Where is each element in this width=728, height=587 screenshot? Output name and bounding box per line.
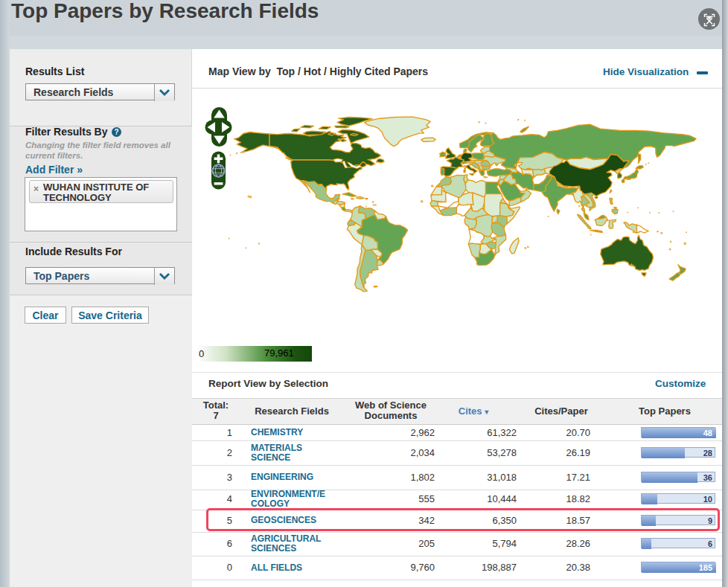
svg-text:0: 0 [199,348,204,359]
svg-text:79,961: 79,961 [264,347,294,359]
